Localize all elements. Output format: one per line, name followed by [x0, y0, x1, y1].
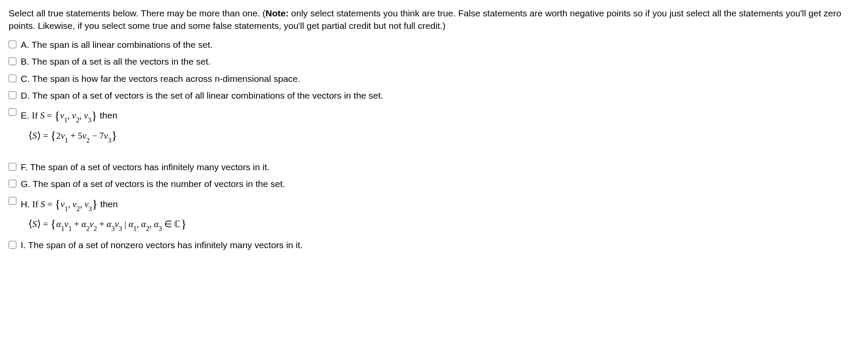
e-sub2b: 2 — [86, 137, 90, 144]
option-f-checkbox[interactable] — [9, 163, 16, 171]
option-a-label: A. The span is all linear combinations o… — [21, 40, 213, 50]
h-asub1: 1 — [61, 225, 64, 232]
h-angle-close: ⟩ — [37, 218, 41, 229]
h-vsub1: 1 — [69, 225, 72, 232]
option-g-label: G. The span of a set of vectors is the n… — [21, 179, 285, 189]
option-b-label: B. The span of a set is all the vectors … — [21, 56, 211, 66]
h-S2: S — [32, 219, 37, 229]
question-instructions: Select all true statements below. There … — [9, 7, 859, 32]
h-then: then — [98, 199, 118, 209]
option-h-math-inline: If S = {v1, v2, v3} — [32, 199, 98, 209]
e-angle-open: ⟨ — [28, 130, 32, 141]
option-h-label: H. If S = {v1, v2, v3} then — [21, 199, 118, 209]
option-h-math-line: ⟨S⟩ = {α1v1 + α2v2 + α3v3 | α1, α2, α3 ∈… — [28, 215, 859, 232]
h-v1: v — [61, 199, 65, 209]
e-eq: = — [44, 110, 54, 121]
option-e-prefix: E. — [21, 110, 32, 120]
option-b-checkbox[interactable] — [9, 57, 16, 65]
h-vsub2: 2 — [94, 225, 97, 232]
e-then: then — [97, 110, 118, 120]
e-v3b: v — [104, 131, 108, 141]
h-sub1: 1 — [65, 205, 68, 212]
h-v2b: v — [90, 219, 94, 229]
h-a2: α — [81, 219, 86, 229]
option-c-checkbox[interactable] — [9, 75, 16, 82]
option-e-label: E. If S = {v1, v2, v3} then — [21, 110, 117, 120]
h-plus2: + — [97, 219, 106, 229]
e-sub1b: 1 — [65, 137, 68, 144]
e-comma2: , — [79, 110, 84, 121]
h-S: S — [41, 199, 45, 209]
option-i-content: I. The span of a set of nonzero vectors … — [21, 239, 859, 251]
e-brace-close2: } — [111, 129, 117, 142]
option-d-checkbox[interactable] — [9, 91, 16, 99]
h-a1: α — [56, 219, 61, 229]
option-e-checkbox[interactable] — [9, 108, 16, 116]
h-plus1: + — [72, 219, 81, 229]
h-if: If — [32, 199, 41, 209]
h-v1b: v — [64, 219, 68, 229]
option-e-content: E. If S = {v1, v2, v3} then ⟨S⟩ = {2v1 +… — [21, 106, 859, 143]
h-sub2: 2 — [77, 205, 80, 212]
option-c-label: C. The span is how far the vectors reach… — [21, 74, 300, 84]
e-v2b: v — [82, 131, 86, 141]
h-comma2: , — [80, 199, 84, 209]
h-asub3: 3 — [111, 225, 115, 232]
h-v2: v — [72, 199, 76, 209]
option-h-prefix: H. — [21, 199, 32, 209]
option-i-row: I. The span of a set of nonzero vectors … — [9, 239, 859, 251]
option-i-checkbox[interactable] — [9, 241, 16, 249]
e-c5: 5 — [78, 131, 83, 141]
option-f-row: F. The span of a set of vectors has infi… — [9, 161, 859, 173]
e-sub3: 3 — [88, 116, 91, 124]
option-h-row: H. If S = {v1, v2, v3} then ⟨S⟩ = {α1v1 … — [9, 195, 859, 232]
e-brace-close: } — [91, 109, 97, 122]
h-vsub3: 3 — [119, 225, 122, 232]
e-v1: v — [60, 110, 64, 121]
e-sub2: 2 — [76, 116, 79, 124]
option-b-content: B. The span of a set is all the vectors … — [21, 55, 859, 68]
h-bar: | — [122, 219, 128, 229]
h-brace-open2: { — [50, 217, 56, 231]
h-asub2c: 2 — [146, 225, 150, 232]
option-e-math-inline: If S = {v1, v2, v3} — [32, 110, 97, 121]
option-e-row: E. If S = {v1, v2, v3} then ⟨S⟩ = {2v1 +… — [9, 106, 859, 143]
e-c2: 2 — [56, 131, 61, 141]
e-if: If — [32, 110, 40, 121]
e-S2: S — [32, 131, 37, 141]
h-a3: α — [106, 219, 111, 229]
e-sub1: 1 — [64, 116, 68, 124]
h-brace-close: } — [92, 197, 98, 211]
option-a-checkbox[interactable] — [9, 41, 16, 48]
h-v3: v — [84, 199, 88, 209]
option-b-row: B. The span of a set is all the vectors … — [9, 55, 859, 68]
h-v3b: v — [115, 219, 119, 229]
e-c7: 7 — [100, 131, 104, 141]
option-d-content: D. The span of a set of vectors is the s… — [21, 89, 859, 102]
e-angle-close: ⟩ — [37, 130, 41, 141]
h-comma1: , — [68, 199, 73, 209]
option-g-content: G. The span of a set of vectors is the n… — [21, 178, 859, 190]
option-c-row: C. The span is how far the vectors reach… — [9, 72, 859, 85]
option-h-checkbox[interactable] — [9, 197, 16, 205]
h-eq2: = — [41, 219, 50, 229]
e-v3: v — [84, 110, 88, 121]
e-brace-open2: { — [50, 129, 56, 142]
option-h-content: H. If S = {v1, v2, v3} then ⟨S⟩ = {α1v1 … — [21, 195, 859, 232]
e-comma1: , — [68, 110, 72, 121]
h-brace-close2: } — [181, 217, 187, 231]
option-a-content: A. The span is all linear combinations o… — [21, 38, 859, 51]
option-g-checkbox[interactable] — [9, 180, 16, 187]
option-c-content: C. The span is how far the vectors reach… — [21, 72, 859, 85]
e-v1b: v — [61, 131, 65, 141]
option-e-math-line: ⟨S⟩ = {2v1 + 5v2 − 7v3} — [28, 126, 859, 143]
option-f-content: F. The span of a set of vectors has infi… — [21, 161, 859, 173]
option-f-label: F. The span of a set of vectors has infi… — [21, 162, 269, 172]
option-d-row: D. The span of a set of vectors is the s… — [9, 89, 859, 102]
h-a2c: α — [141, 219, 146, 229]
e-brace-open: { — [54, 109, 60, 122]
e-S: S — [40, 110, 45, 121]
e-eq2: = — [41, 131, 50, 141]
option-a-row: A. The span is all linear combinations o… — [9, 38, 859, 51]
e-plus: + — [68, 131, 78, 141]
